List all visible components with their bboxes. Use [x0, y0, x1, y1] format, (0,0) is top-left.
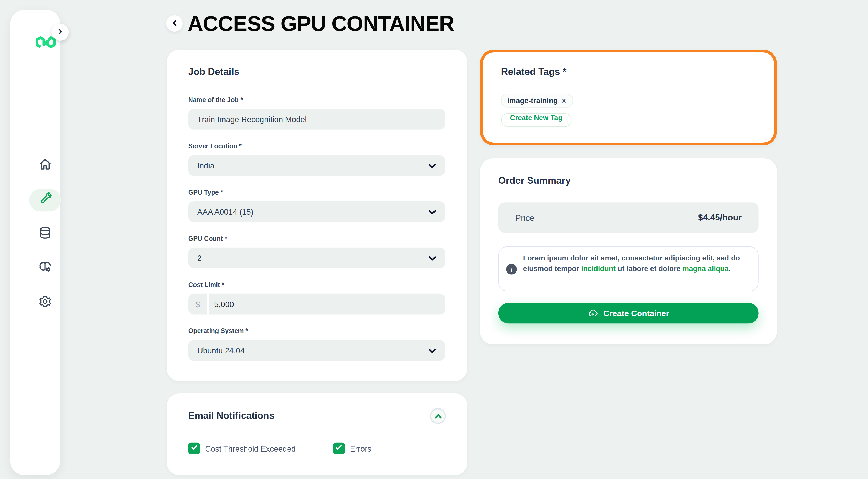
home-icon — [38, 158, 52, 174]
email-notifications-card: Email Notifications Cost Threshold Excee… — [167, 393, 467, 475]
wrench-icon — [38, 192, 52, 208]
app-root: ACCESS GPU CONTAINER Job Details Name of… — [0, 0, 868, 479]
check-icon — [335, 443, 343, 453]
gpu-type-select[interactable]: AAA A0014 (15) — [188, 201, 445, 222]
server-location-label: Server Location * — [188, 142, 446, 151]
remove-tag-x-icon[interactable]: ✕ — [561, 97, 567, 104]
page-title: ACCESS GPU CONTAINER — [188, 12, 455, 36]
job-details-heading: Job Details — [188, 66, 446, 78]
create-new-tag-label: Create New Tag — [510, 114, 563, 122]
field-gpu-count: GPU Count * 2 — [188, 235, 446, 268]
info-icon: i — [506, 264, 517, 274]
field-cost-limit: Cost Limit * $ 5,000 — [188, 281, 446, 315]
server-location-select[interactable]: India — [188, 155, 445, 176]
sidebar-item-database[interactable] — [38, 227, 52, 241]
brain-gear-icon — [38, 261, 52, 276]
sidebar-item-ai[interactable] — [38, 262, 52, 275]
gpu-type-label: GPU Type * — [188, 188, 446, 197]
cost-limit-input[interactable]: $ 5,000 — [188, 294, 445, 315]
errors-label: Errors — [350, 444, 371, 453]
gpu-count-select[interactable]: 2 — [188, 247, 445, 268]
create-new-tag-button[interactable]: Create New Tag — [501, 113, 571, 127]
sidebar-item-home[interactable] — [38, 159, 52, 172]
gpu-count-value: 2 — [197, 253, 202, 263]
sidebar — [10, 9, 60, 475]
dollar-prefix: $ — [188, 294, 208, 315]
chevron-left-icon — [171, 18, 178, 28]
job-name-value: Train Image Recognition Model — [197, 115, 307, 124]
checkbox-item-errors: Errors — [333, 443, 371, 454]
gpu-count-label: GPU Count * — [188, 235, 446, 243]
checkbox-item-cost-threshold: Cost Threshold Exceeded — [188, 443, 296, 454]
gear-icon — [38, 295, 52, 310]
email-notifications-heading: Email Notifications — [188, 410, 275, 422]
info-note-text: Lorem ipsum dolor sit amet, consectetur … — [523, 253, 749, 285]
gpu-type-value: AAA A0014 (15) — [197, 207, 253, 216]
note-segment-green: incididunt — [581, 264, 616, 273]
job-details-card: Job Details Name of the Job * Train Imag… — [167, 50, 467, 381]
server-location-value: India — [197, 161, 214, 170]
operating-system-select[interactable]: Ubuntu 24.04 — [188, 340, 445, 361]
note-segment: . — [729, 264, 731, 273]
job-name-label: Name of the Job * — [188, 96, 446, 104]
field-gpu-type: GPU Type * AAA A0014 (15) — [188, 188, 446, 222]
chevron-down-icon — [428, 253, 436, 263]
price-value: $4.45/hour — [698, 213, 742, 223]
database-icon — [38, 226, 52, 242]
tag-chip-image-training: image-training ✕ — [501, 93, 573, 108]
sidebar-item-tools[interactable] — [38, 193, 52, 207]
tag-label: image-training — [507, 96, 558, 105]
operating-system-label: Operating System * — [188, 327, 446, 335]
order-summary-heading: Order Summary — [498, 175, 759, 187]
field-operating-system: Operating System * Ubuntu 24.04 — [188, 327, 446, 361]
chevron-down-icon — [428, 161, 436, 170]
cloud-upload-icon — [588, 308, 598, 318]
note-segment: ut labore et dolore — [616, 264, 683, 273]
cost-limit-value: 5,000 — [209, 300, 234, 309]
field-server-location: Server Location * India — [188, 142, 446, 176]
chevron-right-icon — [57, 27, 64, 37]
note-segment-green: magna aliqua — [683, 264, 728, 273]
collapse-button[interactable] — [430, 408, 446, 424]
create-container-button[interactable]: Create Container — [498, 303, 759, 324]
price-label: Price — [515, 213, 534, 222]
chevron-up-icon — [434, 411, 441, 421]
info-note: i Lorem ipsum dolor sit amet, consectetu… — [498, 246, 759, 292]
field-job-name: Name of the Job * Train Image Recognitio… — [188, 96, 446, 130]
create-container-label: Create Container — [603, 309, 669, 318]
cost-limit-label: Cost Limit * — [188, 281, 446, 289]
errors-checkbox[interactable] — [333, 443, 345, 454]
job-name-input[interactable]: Train Image Recognition Model — [188, 109, 445, 130]
cost-threshold-checkbox[interactable] — [188, 443, 200, 454]
operating-system-value: Ubuntu 24.04 — [197, 346, 245, 355]
back-button[interactable] — [166, 15, 183, 32]
price-row: Price $4.45/hour — [498, 202, 759, 233]
order-summary-card: Order Summary Price $4.45/hour i Lorem i… — [480, 158, 777, 345]
sidebar-expand-button[interactable] — [52, 24, 69, 40]
cost-threshold-label: Cost Threshold Exceeded — [205, 444, 296, 453]
chevron-down-icon — [428, 207, 436, 216]
chevron-down-icon — [428, 346, 436, 355]
related-tags-heading: Related Tags * — [501, 66, 756, 78]
related-tags-card: Related Tags * image-training ✕ Create N… — [480, 50, 777, 146]
check-icon — [190, 443, 198, 453]
sidebar-item-settings[interactable] — [38, 296, 52, 309]
